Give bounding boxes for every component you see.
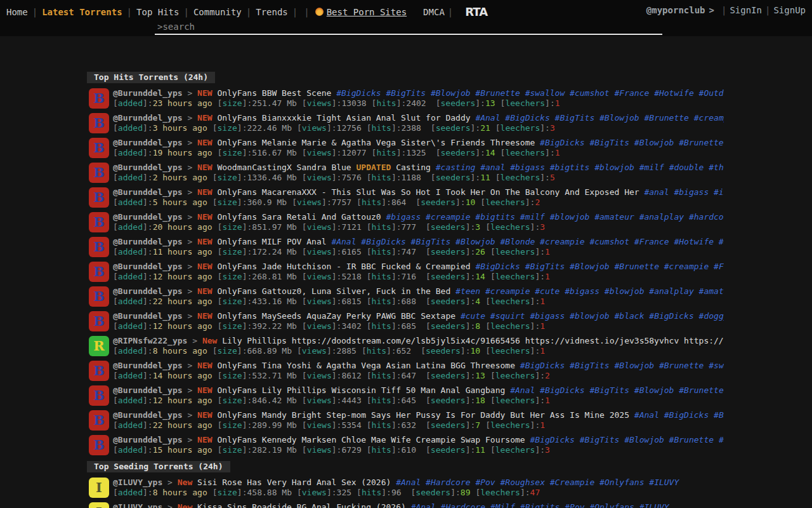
torrent-title-text[interactable]: OnlyFans Lily Phillips Wisconsin Tiff 50… [217,385,510,395]
uploader-avatar[interactable]: B [89,286,109,307]
uploader-link[interactable]: @Burunddel_yps [113,212,183,222]
torrent-row[interactable]: B@Burunddel_yps > NEW OnlyFans Jade Hutc… [89,262,812,282]
torrent-title-text[interactable]: OnlyFans Jade Hutchison - IR BBC Fucked … [217,262,475,271]
uploader-link[interactable]: @ILUVY_yps [113,478,162,487]
torrent-title-text[interactable]: Sisi Rose Has Very Hard Anal Sex (2026) [197,478,396,487]
uploader-link[interactable]: @Burunddel_yps [113,237,183,246]
nav-item-top-hits[interactable]: Top Hits [135,7,180,17]
stat-added-label: added [118,247,143,257]
torrent-row[interactable]: B@Burunddel_yps > NEW Onlyfans MaySeeds … [89,311,812,331]
uploader-avatar[interactable]: B [89,311,109,331]
torrent-row[interactable]: B@Burunddel_yps > NEW OnlyFans Lily Phil… [89,385,812,406]
hashtag-links[interactable]: #bigass #creampie #bigtits #milf #blowjo… [386,212,724,222]
uploader-avatar[interactable]: B [89,385,109,406]
torrent-title-text[interactable]: Lily Phillips https://doodstream.com/e/l… [222,336,724,345]
uploader-link[interactable]: @Burunddel_yps [113,361,183,370]
torrent-row[interactable]: B@Burunddel_yps > NEW OnlyFans Melanie M… [89,138,812,158]
uploader-avatar[interactable]: B [89,262,109,282]
uploader-avatar[interactable]: B [89,410,109,431]
uploader-link[interactable]: @Burunddel_yps [113,113,183,123]
torrent-row[interactable]: B@Burunddel_yps > NEW OnlyFans BBW Best … [89,88,812,109]
uploader-link[interactable]: @Burunddel_yps [113,262,183,271]
uploader-avatar[interactable]: I [89,502,109,508]
hashtag-links[interactable]: #BigDicks #BigTits #Blowjob #Brunette #c… [475,262,724,271]
torrent-row[interactable]: B@Burunddel_yps > NEW Onlyfans Sara Reta… [89,212,812,232]
torrent-title-text[interactable]: Onlyfans MaySeeds AquaZay Perky PAWG BBC… [217,311,461,321]
torrent-title-text[interactable]: Onlyfans Sara Retali And Gattouz0 [217,212,386,222]
stat-seeders-label: seeders [431,272,466,281]
hashtag-links[interactable]: #cute #squirt #bigass #blowjob #black #B… [461,311,724,321]
torrent-title-text[interactable]: OnlyFans Bianxxxkie Tight Asian Anal Slu… [217,113,475,123]
hashtag-links[interactable]: #Anal #Hardcore #Milf #Bigtits #Pov #Onl… [411,502,669,508]
signin-button[interactable]: SignIn [730,5,762,15]
uploader-avatar[interactable]: B [89,88,109,109]
uploader-avatar[interactable]: B [89,435,109,455]
uploader-avatar[interactable]: R [89,336,109,356]
torrent-row[interactable]: I@ILUVY_yps > New Sisi Rose Has Very Har… [89,478,812,498]
hashtag-links[interactable]: #Anal #Hardcore #Pov #Roughsex #Creampie… [396,478,679,487]
uploader-link[interactable]: @Burunddel_yps [113,138,183,147]
uploader-avatar[interactable]: B [89,187,109,208]
stat-size-value: 172.24 Mb [252,247,296,257]
uploader-avatar[interactable]: B [89,138,109,158]
uploader-avatar[interactable]: I [89,478,109,498]
search-input[interactable] [155,20,662,35]
uploader-link[interactable]: @Burunddel_yps [113,187,183,197]
torrent-title-text[interactable]: OnlyFans Tina Yoshi & Agatha Vega Asian … [217,361,520,370]
uploader-avatar[interactable]: B [89,361,109,381]
hashtag-links[interactable]: #BigDicks #BigTits #Blowjob #Brunette #s… [540,138,724,147]
torrent-title-text[interactable]: OnlyFans Mandy Bright Step-mom Says Her … [217,410,634,420]
torrent-title-text[interactable]: WoodmanCastingX Sandra Blue [217,163,356,172]
torrent-row[interactable]: B@Burunddel_yps > NEW OnlyFans MacarenaX… [89,187,812,208]
torrent-title-text[interactable]: Casting [391,163,435,172]
torrent-row[interactable]: B@Burunddel_yps > NEW OnlyFans Bianxxxki… [89,113,812,133]
torrent-row[interactable]: I@ILUVY_yps > New Kissa Sins Roadside BG… [89,502,812,508]
account-name[interactable]: @mypornclub [646,5,705,15]
torrent-row[interactable]: B@Burunddel_yps > NEW WoodmanCastingX Sa… [89,163,812,183]
uploader-avatar[interactable]: B [89,237,109,257]
hashtag-links[interactable]: #BigDicks #BigTits #Blowjob #Brunette #s… [336,88,724,98]
uploader-avatar[interactable]: B [89,113,109,133]
uploader-link[interactable]: @Burunddel_yps [113,88,183,98]
torrent-title-text[interactable]: OnlyFans Gattouz0, Luna Silver, Fuck in … [217,286,455,296]
uploader-avatar[interactable]: B [89,212,109,232]
hashtag-links[interactable]: #anal #bigass #interrac… [644,187,724,197]
nav-item-community[interactable]: Community [192,7,243,17]
uploader-link[interactable]: @Burunddel_yps [113,385,183,395]
uploader-link[interactable]: @ILUVY_yps [113,502,162,508]
hashtag-links[interactable]: #Anal #BigDicks #BigTits #Blowjob #Brune… [475,113,724,123]
hashtag-links[interactable]: #BigDicks #BigTits #Blowjob #Brunette #s… [530,435,724,444]
hashtag-links[interactable]: #Anal #BigDicks #BigTits … [634,410,724,420]
nav-item-home[interactable]: Home [5,7,29,17]
torrent-title-text[interactable]: OnlyFans BBW Best Scene [217,88,336,98]
hashtag-links[interactable]: #Anal #BigDicks #BigTits #Blowjob #Brune… [510,385,724,395]
uploader-avatar[interactable]: B [89,163,109,183]
uploader-link[interactable]: @Burunddel_yps [113,163,183,172]
torrent-title-text[interactable]: OnlyFans MacarenaXXX - This Slut Was So … [217,187,644,197]
signup-button[interactable]: SignUp [773,5,806,15]
torrent-title-text[interactable]: OnlyFans Kennedy Marksen Chloe Mae Wife … [217,435,530,444]
uploader-link[interactable]: @Burunddel_yps [113,311,183,321]
torrent-title-text[interactable]: Onlyfans MILF POV Anal [217,237,331,246]
nav-item-dmca[interactable]: DMCA [423,7,445,17]
nav-item-trends[interactable]: Trends [254,7,289,17]
uploader-link[interactable]: @Burunddel_yps [113,435,183,444]
hashtag-links[interactable]: #casting #anal #bigass #bigtits #blowjob… [436,163,724,172]
torrent-row[interactable]: B@Burunddel_yps > NEW OnlyFans Gattouz0,… [89,286,812,307]
torrent-row[interactable]: B@Burunddel_yps > NEW OnlyFans Tina Yosh… [89,361,812,381]
hashtag-links[interactable]: #BigDicks #BigTits #Blowjob #Brunette #s… [520,361,724,370]
stat-views-value: 12756 [337,123,362,133]
nav-item-latest-torrents[interactable]: Latest Torrents [41,7,123,17]
torrent-title-text[interactable]: Kissa Sins Roadside BG Anal Fucking (202… [197,502,411,508]
hashtag-links[interactable]: #teen #creampie #cute #bigass #blowjob #… [455,286,724,296]
torrent-row[interactable]: B@Burunddel_yps > NEW OnlyFans Mandy Bri… [89,410,812,431]
torrent-title-text[interactable]: OnlyFans Melanie Marie & Agatha Vega Sis… [217,138,540,147]
uploader-link[interactable]: @Burunddel_yps [113,410,183,420]
uploader-link[interactable]: @RIPNsfw222_yps [113,336,187,345]
hashtag-links[interactable]: #Anal #BigDicks #BigTits #Blowjob #Blond… [331,237,724,246]
torrent-row[interactable]: R@RIPNsfw222_yps > New Lily Phillips htt… [89,336,812,356]
best-porn-sites-link[interactable]: Best Porn Sites [315,7,407,17]
torrent-row[interactable]: B@Burunddel_yps > NEW Onlyfans MILF POV … [89,237,812,257]
torrent-row[interactable]: B@Burunddel_yps > NEW OnlyFans Kennedy M… [89,435,812,455]
uploader-link[interactable]: @Burunddel_yps [113,286,183,296]
